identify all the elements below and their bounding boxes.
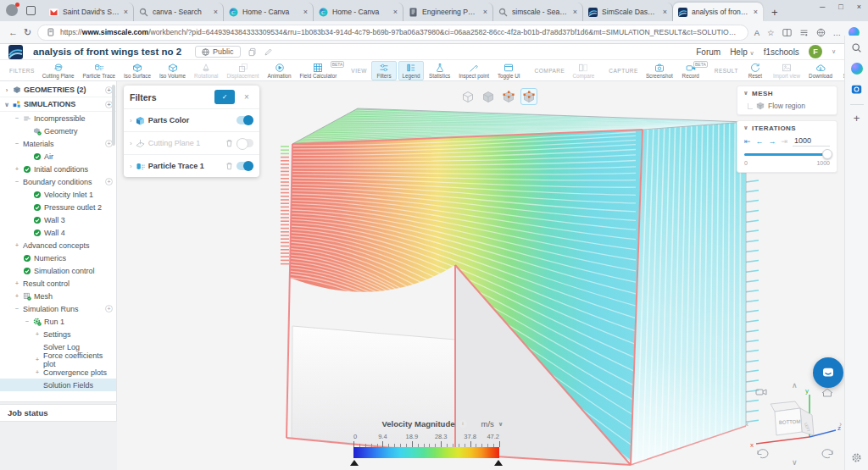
- info-icon[interactable]: i: [459, 420, 467, 428]
- perspective-camera-icon[interactable]: [756, 390, 766, 395]
- tree-item-solution-fields[interactable]: Solution Fields: [0, 379, 116, 391]
- tree-item-air[interactable]: Air: [0, 150, 116, 163]
- close-filters-icon[interactable]: ×: [240, 91, 253, 104]
- tab-close-icon[interactable]: ×: [573, 8, 577, 16]
- iteration-slider[interactable]: [744, 149, 830, 159]
- next-iteration-button[interactable]: →: [769, 137, 776, 146]
- tab-actions-icon[interactable]: [26, 6, 36, 15]
- textured-cube-selected-button[interactable]: [520, 88, 537, 105]
- visibility-toggle[interactable]: [236, 162, 253, 170]
- screenshot-button[interactable]: Screenshot: [643, 61, 676, 80]
- browser-tab[interactable]: CHome - Canva×: [224, 3, 314, 21]
- compare-button[interactable]: Compare: [569, 61, 598, 80]
- copilot-sidebar-icon[interactable]: [851, 63, 863, 75]
- mesh-card-header[interactable]: ∨ MESH: [737, 86, 837, 100]
- row-expander-icon[interactable]: ›: [130, 163, 132, 170]
- solid-cube-button[interactable]: [480, 88, 497, 105]
- tree-expander-icon[interactable]: +: [14, 165, 20, 173]
- reset-button[interactable]: Reset: [743, 61, 768, 80]
- last-iteration-button[interactable]: ⇥: [782, 137, 788, 146]
- rotate-up-chevron[interactable]: ∧: [792, 381, 798, 390]
- read-aloud-icon[interactable]: A: [754, 28, 760, 37]
- scale-max-marker[interactable]: [494, 460, 503, 466]
- orientation-widget[interactable]: ∧ ∨ ‹ › y: [744, 379, 844, 467]
- tree-expander-icon[interactable]: +: [14, 241, 20, 249]
- minimize-button[interactable]: ─: [820, 3, 825, 11]
- unit-dropdown[interactable]: m/s: [481, 419, 494, 429]
- rotate-ccw-icon[interactable]: [758, 450, 768, 458]
- tab-close-icon[interactable]: ×: [124, 8, 128, 16]
- rotate-cw-icon[interactable]: [822, 450, 832, 458]
- iso-volume-button[interactable]: Iso Volume: [156, 61, 189, 80]
- import-view-button[interactable]: Import view: [770, 61, 804, 80]
- iteration-value-field[interactable]: 1000: [793, 136, 830, 147]
- tree-expander-icon[interactable]: +: [34, 330, 41, 338]
- browser-tab[interactable]: analysis of front wings te×: [673, 3, 763, 21]
- refresh-button[interactable]: ↻: [24, 27, 31, 38]
- tree-expander-icon[interactable]: +: [34, 356, 41, 363]
- displacement-button[interactable]: Displacement: [223, 61, 262, 80]
- statistics-button[interactable]: Statistics: [426, 61, 453, 80]
- wireframe-cube-button[interactable]: [459, 88, 476, 105]
- tree-expander-icon[interactable]: +: [14, 279, 20, 287]
- filters-button[interactable]: Filters: [371, 61, 397, 80]
- tree-expander-icon[interactable]: ∨: [3, 101, 10, 108]
- tree-add-button[interactable]: +: [105, 178, 113, 185]
- particle-trace-button[interactable]: Particle Trace: [80, 61, 120, 80]
- rotate-down-chevron[interactable]: ∨: [792, 458, 798, 467]
- textured-cube-button[interactable]: [500, 88, 517, 105]
- animation-button[interactable]: Animation: [264, 61, 295, 80]
- tree-item-wall-4[interactable]: Wall 4: [0, 226, 116, 239]
- trash-icon[interactable]: [225, 162, 233, 170]
- filter-row-cutting-plane-1[interactable]: ›Cutting Plane 1: [124, 131, 259, 154]
- inspect-point-button[interactable]: Inspect point: [455, 61, 492, 80]
- tree-expander-icon[interactable]: −: [14, 178, 20, 185]
- close-button[interactable]: ×: [857, 3, 861, 11]
- visibility-badge[interactable]: Public: [195, 46, 241, 58]
- microsoft-365-icon[interactable]: [851, 84, 862, 95]
- tree-item-wall-3[interactable]: Wall 3: [0, 213, 116, 226]
- filter-row-parts-color[interactable]: ›Parts Color: [124, 108, 259, 131]
- help-menu[interactable]: Help ∨: [730, 47, 754, 57]
- favorite-star-icon[interactable]: ☆: [767, 28, 775, 37]
- tree-expander-icon[interactable]: −: [14, 140, 20, 147]
- tree-item-geometries-2-[interactable]: ›GEOMETRIES (2)+: [0, 83, 116, 97]
- tree-item-simulation-runs[interactable]: −Simulation Runs+: [0, 302, 116, 315]
- tab-close-icon[interactable]: ×: [483, 8, 487, 16]
- visibility-toggle[interactable]: [236, 116, 253, 124]
- tree-add-button[interactable]: +: [105, 305, 113, 312]
- tree-item-force-coefficients-plot[interactable]: +Force coefficients plot: [0, 353, 116, 366]
- account-chevron-icon[interactable]: ∨: [832, 48, 836, 55]
- extensions-icon[interactable]: [816, 28, 826, 37]
- tab-close-icon[interactable]: ×: [303, 8, 308, 16]
- collections-icon[interactable]: [799, 28, 809, 37]
- tree-item-mesh[interactable]: +Mesh: [0, 290, 116, 302]
- tree-item-result-control[interactable]: +Result control: [0, 277, 116, 290]
- browser-tab[interactable]: canva - Search×: [134, 3, 224, 21]
- tree-item-run-1[interactable]: −Run 1: [0, 315, 116, 328]
- browser-tab[interactable]: Saint David's Secondary S×: [44, 3, 134, 21]
- iterations-card-header[interactable]: ∨ ITERATIONS: [737, 121, 837, 135]
- tree-expander-icon[interactable]: ›: [3, 86, 10, 94]
- legend-button[interactable]: Legend: [398, 61, 424, 80]
- trash-icon[interactable]: [225, 139, 233, 147]
- tree-item-materials[interactable]: −Materials+: [0, 137, 116, 150]
- browser-tab[interactable]: SimScale Dashboard - Yo×: [583, 3, 673, 21]
- cutting-plane-button[interactable]: Cutting Plane: [39, 61, 78, 80]
- filter-row-particle-trace-1[interactable]: ›Particle Trace 1: [124, 154, 259, 177]
- viewport-3d[interactable]: Filters ✓ × ›Parts Color›Cutting Plane 1…: [117, 81, 844, 470]
- tree-item-boundary-conditions[interactable]: −Boundary conditions+: [0, 175, 116, 188]
- unit-chevron-icon[interactable]: ∨: [498, 421, 504, 428]
- tree-expander-icon[interactable]: +: [14, 292, 20, 300]
- tab-close-icon[interactable]: ×: [214, 8, 218, 16]
- tree-expander-icon[interactable]: −: [14, 114, 20, 122]
- tree-item-advanced-concepts[interactable]: +Advanced concepts: [0, 239, 116, 252]
- tree-expander-icon[interactable]: −: [24, 318, 31, 325]
- rotate-left-chevron[interactable]: ‹: [746, 420, 748, 429]
- settings-gear-icon[interactable]: [851, 452, 862, 463]
- back-button[interactable]: ←: [8, 27, 18, 37]
- browser-tab[interactable]: simscale - Search×: [493, 3, 583, 21]
- tree-item-initial-conditions[interactable]: +Initial conditions: [0, 163, 116, 175]
- address-field[interactable]: https://www.simscale.com/workbench/?pid=…: [37, 25, 748, 41]
- slider-knob[interactable]: [822, 149, 832, 159]
